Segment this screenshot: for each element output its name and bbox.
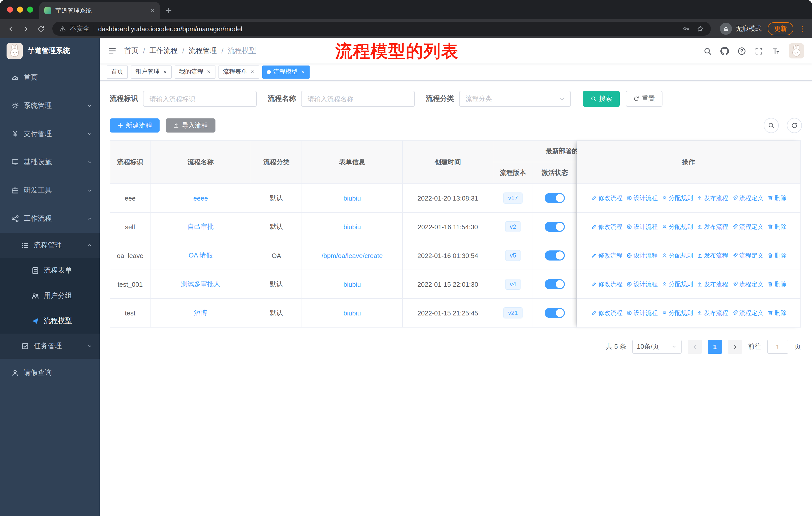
status-toggle[interactable]	[545, 193, 565, 203]
create-process-button[interactable]: 新建流程	[110, 118, 160, 133]
sidebar-item-system[interactable]: 系统管理	[0, 92, 100, 120]
process-id-input[interactable]	[143, 91, 257, 107]
close-icon[interactable]	[163, 70, 167, 74]
form-info-link[interactable]: biubiu	[343, 194, 361, 202]
sidebar-item-home[interactable]: 首页	[0, 63, 100, 92]
action-publish[interactable]: 发布流程	[696, 309, 728, 317]
github-icon[interactable]	[720, 47, 729, 55]
fullscreen-icon[interactable]	[755, 47, 763, 55]
forward-button[interactable]	[19, 22, 32, 35]
import-process-button[interactable]: 导入流程	[166, 118, 215, 133]
action-assign-rule[interactable]: 分配规则	[661, 194, 693, 202]
app-logo[interactable]: 芋道管理系统	[0, 38, 100, 63]
user-avatar[interactable]	[789, 43, 804, 58]
action-delete[interactable]: 删除	[767, 280, 787, 289]
breadcrumb-item[interactable]: 流程管理	[189, 46, 217, 55]
sidebar-item-devtools[interactable]: 研发工具	[0, 176, 100, 205]
form-info-link[interactable]: biubiu	[343, 223, 361, 230]
address-bar[interactable]: 不安全 dashboard.yudao.iocoder.cn/bpm/manag…	[52, 22, 711, 36]
action-publish[interactable]: 发布流程	[696, 194, 728, 202]
reset-button[interactable]: 重置	[626, 91, 663, 107]
browser-tab[interactable]: 芋道管理系统	[39, 2, 160, 19]
sidebar-item-infra[interactable]: 基础设施	[0, 148, 100, 176]
page-number-button[interactable]: 1	[708, 340, 722, 354]
tab-process-model[interactable]: 流程模型	[262, 65, 310, 78]
action-delete[interactable]: 删除	[767, 194, 787, 202]
status-toggle[interactable]	[545, 308, 565, 318]
new-tab-button[interactable]	[165, 7, 172, 14]
close-icon[interactable]	[206, 70, 211, 74]
update-button[interactable]: 更新	[768, 22, 793, 35]
action-modify[interactable]: 修改流程	[591, 309, 622, 317]
breadcrumb-item[interactable]: 首页	[124, 46, 139, 55]
action-definition[interactable]: 流程定义	[732, 194, 763, 202]
status-toggle[interactable]	[545, 250, 565, 261]
action-publish[interactable]: 发布流程	[696, 222, 728, 231]
sidebar-toggle-button[interactable]	[108, 46, 117, 55]
action-assign-rule[interactable]: 分配规则	[661, 251, 693, 260]
back-button[interactable]	[4, 22, 17, 35]
security-label[interactable]: 不安全	[70, 24, 90, 33]
action-modify[interactable]: 修改流程	[591, 194, 622, 202]
form-info-link[interactable]: biubiu	[343, 280, 361, 288]
prev-page-button[interactable]	[688, 340, 702, 354]
next-page-button[interactable]	[728, 340, 742, 354]
breadcrumb-item[interactable]: 工作流程	[149, 46, 178, 55]
process-name-input[interactable]	[301, 91, 415, 107]
process-name-link[interactable]: eeee	[193, 194, 208, 202]
sidebar-item-process-form[interactable]: 流程表单	[0, 258, 100, 283]
close-icon[interactable]	[250, 70, 255, 74]
refresh-table-button[interactable]	[787, 118, 802, 133]
minimize-window-button[interactable]	[17, 6, 23, 12]
action-definition[interactable]: 流程定义	[732, 280, 763, 289]
zoom-window-button[interactable]	[27, 6, 33, 12]
sidebar-item-workflow[interactable]: 工作流程	[0, 205, 100, 233]
process-name-link[interactable]: OA 请假	[188, 251, 212, 260]
process-name-link[interactable]: 滔博	[194, 308, 207, 318]
tab-process-form[interactable]: 流程表单	[219, 65, 259, 78]
action-delete[interactable]: 删除	[767, 251, 787, 260]
browser-menu-icon[interactable]	[799, 25, 806, 32]
key-icon[interactable]	[683, 25, 690, 32]
close-tab-icon[interactable]	[150, 8, 155, 13]
action-definition[interactable]: 流程定义	[732, 251, 763, 260]
search-button[interactable]: 搜索	[583, 91, 620, 107]
close-icon[interactable]	[300, 70, 305, 74]
status-toggle[interactable]	[545, 222, 565, 232]
process-name-link[interactable]: 测试多审批人	[181, 280, 220, 289]
action-design[interactable]: 设计流程	[626, 251, 658, 260]
sidebar-item-process-model[interactable]: 流程模型	[0, 308, 100, 333]
action-delete[interactable]: 删除	[767, 222, 787, 231]
process-name-link[interactable]: 自己审批	[187, 222, 214, 231]
status-toggle[interactable]	[545, 279, 565, 289]
page-size-select[interactable]: 10条/页	[632, 340, 682, 354]
action-definition[interactable]: 流程定义	[732, 222, 763, 231]
action-design[interactable]: 设计流程	[626, 222, 658, 231]
bookmark-star-icon[interactable]	[697, 25, 704, 32]
tab-tenant-mgmt[interactable]: 租户管理	[131, 65, 172, 78]
action-assign-rule[interactable]: 分配规则	[661, 280, 693, 289]
action-publish[interactable]: 发布流程	[696, 251, 728, 260]
sidebar-item-task-mgmt[interactable]: 任务管理	[0, 333, 100, 359]
action-delete[interactable]: 删除	[767, 309, 787, 317]
form-info-link[interactable]: /bpm/oa/leave/create	[322, 252, 383, 259]
form-info-link[interactable]: biubiu	[343, 309, 361, 317]
font-size-icon[interactable]	[772, 47, 780, 55]
action-modify[interactable]: 修改流程	[591, 280, 622, 289]
goto-page-input[interactable]	[767, 340, 788, 354]
tab-home[interactable]: 首页	[107, 65, 128, 78]
action-design[interactable]: 设计流程	[626, 194, 658, 202]
action-definition[interactable]: 流程定义	[732, 309, 763, 317]
question-icon[interactable]	[737, 47, 746, 55]
category-select[interactable]: 流程分类	[459, 91, 571, 107]
action-modify[interactable]: 修改流程	[591, 251, 622, 260]
action-assign-rule[interactable]: 分配规则	[661, 309, 693, 317]
reload-button[interactable]	[34, 22, 47, 35]
action-design[interactable]: 设计流程	[626, 280, 658, 289]
action-assign-rule[interactable]: 分配规则	[661, 222, 693, 231]
close-window-button[interactable]	[7, 6, 13, 12]
action-modify[interactable]: 修改流程	[591, 222, 622, 231]
toggle-search-button[interactable]	[764, 118, 779, 133]
sidebar-item-user-group[interactable]: 用户分组	[0, 283, 100, 308]
action-design[interactable]: 设计流程	[626, 309, 658, 317]
